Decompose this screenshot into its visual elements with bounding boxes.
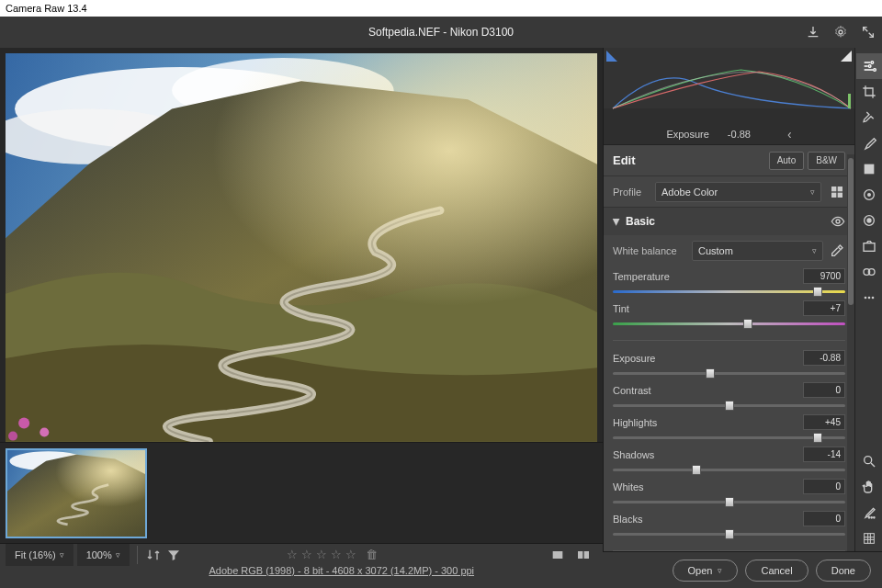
chevron-left-icon[interactable] (787, 127, 792, 141)
edit-panel: Exposure -0.88 Edit Auto B&W Profile Ado… (603, 48, 854, 551)
basic-panel-header[interactable]: ▶ Basic (604, 208, 854, 235)
gradient-icon[interactable] (856, 156, 882, 182)
chevron-down-icon: ▿ (812, 246, 817, 255)
slider-value-input[interactable]: 0 (803, 479, 845, 494)
slider-value-input[interactable]: 0 (803, 511, 845, 526)
bottom-toolbar: Fit (16%)▿ 100%▿ ☆ ☆ ☆ ☆ ☆ 🗑 (0, 543, 603, 566)
slider-thumb[interactable] (743, 319, 752, 329)
radial-icon[interactable] (856, 182, 882, 208)
slider-temperature: Temperature9700 (613, 268, 845, 299)
histogram-readout: Exposure -0.88 (604, 123, 854, 145)
histogram[interactable] (604, 48, 854, 123)
slider-thumb[interactable] (725, 529, 734, 539)
slider-track[interactable] (613, 286, 845, 299)
star-4-icon[interactable]: ☆ (331, 548, 342, 561)
bw-button[interactable]: B&W (808, 152, 845, 170)
preview-image[interactable] (6, 53, 597, 442)
healing-icon[interactable] (856, 105, 882, 130)
done-button[interactable]: Done (816, 560, 871, 582)
chevron-down-icon: ▿ (116, 550, 120, 560)
svg-point-8 (8, 432, 17, 441)
slider-track[interactable] (613, 496, 845, 509)
auto-button[interactable]: Auto (769, 152, 805, 170)
cancel-button[interactable]: Cancel (745, 560, 808, 582)
slider-exposure: Exposure-0.88 (613, 350, 845, 380)
hand-icon[interactable] (856, 474, 882, 500)
svg-rect-26 (864, 164, 874, 175)
zoom-icon[interactable] (856, 448, 882, 474)
star-5-icon[interactable]: ☆ (345, 548, 356, 561)
slider-track[interactable] (613, 318, 845, 331)
slider-thumb[interactable] (725, 497, 734, 507)
readout-value: -0.88 (728, 129, 751, 140)
svg-point-6 (18, 417, 29, 428)
svg-rect-11 (7, 450, 145, 537)
slider-value-input[interactable]: -0.88 (803, 350, 845, 366)
slider-value-input[interactable]: 9700 (803, 268, 845, 284)
gear-icon[interactable] (832, 24, 849, 40)
zoom-100-button[interactable]: 100%▿ (77, 544, 130, 566)
profile-select[interactable]: Adobe Color ▿ (655, 182, 821, 202)
eyedropper-icon[interactable] (829, 243, 845, 259)
svg-rect-16 (604, 108, 854, 123)
snapshot-icon[interactable] (856, 233, 882, 259)
star-3-icon[interactable]: ☆ (316, 548, 327, 561)
slider-value-input[interactable]: 0 (803, 382, 845, 398)
slider-track[interactable] (613, 464, 845, 477)
slider-thumb[interactable] (706, 368, 715, 379)
slider-whites: Whites0 (613, 479, 845, 509)
slider-track[interactable] (613, 368, 845, 380)
svg-point-23 (871, 62, 874, 64)
top-bar: Softpedia.NEF - Nikon D3100 (0, 17, 882, 48)
crop-icon[interactable] (856, 79, 882, 105)
shadow-clip-icon[interactable] (606, 51, 617, 62)
image-metadata-link[interactable]: Adobe RGB (1998) - 8 bit - 4608 x 3072 (… (209, 565, 474, 576)
download-icon[interactable] (805, 24, 821, 40)
highlight-clip-icon[interactable] (841, 51, 852, 62)
scrollbar[interactable] (847, 154, 854, 551)
compare-view-icon[interactable] (575, 547, 592, 563)
slider-thumb[interactable] (725, 401, 734, 411)
sliders-icon[interactable] (856, 53, 882, 79)
trash-icon[interactable]: 🗑 (366, 548, 378, 561)
basic-title: Basic (626, 215, 655, 228)
sampler-icon[interactable] (856, 500, 882, 526)
brush-icon[interactable] (856, 130, 882, 156)
slider-value-input[interactable]: +7 (803, 300, 845, 316)
visibility-icon[interactable] (831, 214, 845, 229)
slider-value-input[interactable]: -14 (803, 447, 845, 462)
thumbnail[interactable] (6, 448, 147, 538)
sort-icon[interactable] (145, 547, 162, 563)
filter-icon[interactable] (165, 547, 182, 563)
slider-label: Contrast (613, 385, 651, 396)
edit-header: Edit Auto B&W (604, 145, 854, 176)
slider-label: Shadows (613, 449, 654, 460)
slider-value-input[interactable]: +45 (803, 414, 845, 430)
more-icon[interactable] (856, 285, 882, 311)
profile-browser-icon[interactable] (829, 184, 845, 200)
redeye-icon[interactable] (856, 208, 882, 233)
open-button[interactable]: Open▿ (673, 560, 739, 582)
slider-track[interactable] (613, 400, 845, 413)
slider-thumb[interactable] (813, 287, 822, 297)
slider-track[interactable] (613, 528, 845, 541)
preset-icon[interactable] (856, 259, 882, 285)
single-view-icon[interactable] (549, 547, 566, 563)
svg-rect-18 (831, 187, 836, 191)
svg-rect-14 (584, 551, 589, 559)
svg-point-37 (864, 457, 871, 464)
svg-point-22 (836, 220, 840, 223)
svg-point-28 (867, 194, 870, 197)
white-balance-select[interactable]: Custom ▿ (692, 241, 823, 261)
fit-zoom-button[interactable]: Fit (16%)▿ (6, 544, 74, 566)
slider-label: Highlights (613, 417, 657, 428)
star-1-icon[interactable]: ☆ (287, 548, 298, 561)
slider-track[interactable] (613, 432, 845, 445)
white-balance-row: White balance Custom ▿ (613, 241, 845, 261)
slider-thumb[interactable] (692, 465, 701, 475)
grid-icon[interactable] (856, 526, 882, 551)
star-2-icon[interactable]: ☆ (301, 548, 312, 561)
wb-sliders: Temperature9700Tint+7 (613, 268, 845, 331)
slider-thumb[interactable] (813, 433, 822, 443)
fullscreen-icon[interactable] (860, 24, 876, 40)
